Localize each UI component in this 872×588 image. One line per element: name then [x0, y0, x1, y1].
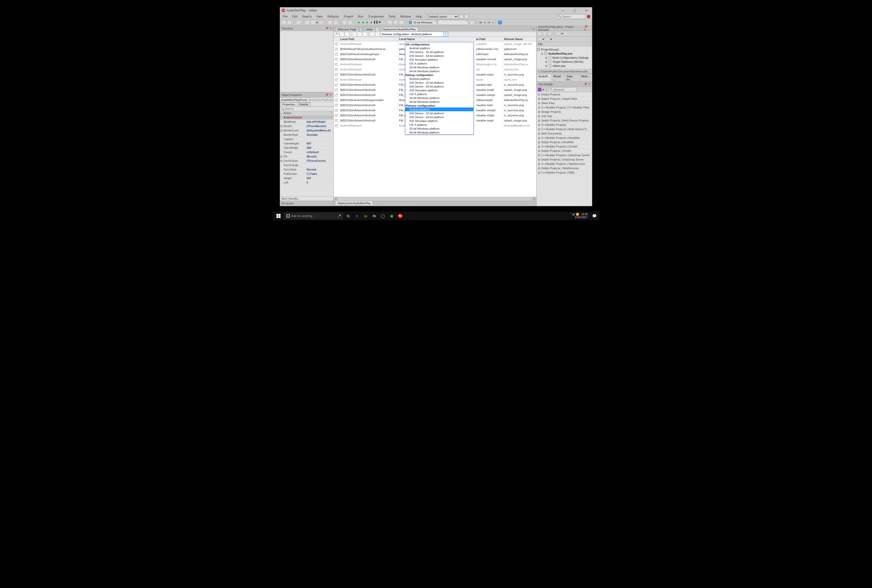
pause-button[interactable]: ❚❚: [373, 20, 378, 25]
prop-row[interactable]: ⊞BorderIcons[biSystemMenu,bi: [280, 128, 333, 133]
folder1-button[interactable]: [305, 20, 310, 25]
checkbox-icon[interactable]: ✓: [335, 78, 338, 81]
menu-run[interactable]: Run: [357, 14, 365, 19]
prop-value[interactable]: crDefault: [306, 150, 333, 154]
pin-icon[interactable]: 📌 ✕: [584, 25, 590, 32]
checkbox-icon[interactable]: ✓: [335, 99, 338, 102]
prop-row[interactable]: Caption: [280, 137, 333, 141]
dropdown-item[interactable]: iOS Device - 64 bit platform: [405, 84, 473, 88]
checkbox-icon[interactable]: ✓: [335, 94, 338, 96]
tp-category-icon[interactable]: [537, 87, 542, 92]
dropdown-item[interactable]: Android platform: [405, 77, 473, 81]
task-view-icon[interactable]: ⧉: [345, 212, 352, 219]
checkbox-icon[interactable]: ✓: [335, 104, 338, 106]
prop-value[interactable]: ☐ False: [306, 172, 333, 176]
prop-row[interactable]: FormFamily: [280, 163, 333, 167]
dropdown-item[interactable]: iOS Simulator platform: [405, 88, 473, 92]
rtab-3[interactable]: Multi-...: [579, 74, 592, 81]
prop-value[interactable]: bdLeftToRight: [306, 120, 333, 124]
palette-category[interactable]: ⊞C++Builder Projects: [537, 123, 592, 127]
chrome-icon[interactable]: ◯: [379, 212, 386, 219]
palette-category[interactable]: ⊞Other Files: [537, 101, 592, 105]
cortana-search[interactable]: Ask me anything 🎤: [284, 212, 343, 219]
layout-select[interactable]: Default Layout: [428, 14, 458, 19]
dropdown-item[interactable]: 32-bit Windows platform: [405, 127, 473, 130]
menu-window[interactable]: Window: [399, 14, 412, 19]
tab-umain[interactable]: uMain: [359, 27, 375, 32]
prop-value[interactable]: (Brush): [306, 154, 333, 159]
system-tray[interactable]: ˄ 🔊 📶 15:34 27/01/2017: [570, 213, 589, 219]
pm-btn1[interactable]: [537, 32, 542, 36]
checkbox-icon[interactable]: ✓: [335, 84, 338, 86]
btn4[interactable]: [352, 32, 357, 36]
chevron-down-icon[interactable]: ˅: [443, 32, 448, 36]
prop-row[interactable]: ⊞Border(TFormBorder): [280, 124, 333, 128]
bind-visually-link[interactable]: Bind Visually...: [280, 196, 333, 201]
delete-layout-icon[interactable]: [464, 15, 468, 19]
run-nodebug-button[interactable]: ▶: [365, 20, 370, 25]
radstudio-icon[interactable]: RX: [397, 212, 404, 219]
dropdown-item[interactable]: Android platform: [405, 46, 473, 50]
dropdown-item[interactable]: 64-bit Windows platform: [405, 69, 473, 73]
scroll-left-icon[interactable]: [335, 198, 337, 200]
checkbox-icon[interactable]: ✓: [335, 88, 338, 92]
menu-project[interactable]: Project: [342, 14, 354, 19]
dropdown-item[interactable]: iOS Device - 64 bit platform: [405, 54, 473, 58]
dropdown-item[interactable]: 32-bit Windows platform: [405, 65, 473, 69]
dropdown-item[interactable]: OS X platform: [405, 92, 473, 96]
oi-search-input[interactable]: [280, 106, 333, 111]
save-button[interactable]: [296, 20, 301, 25]
tool-palette-list[interactable]: ⊞Delphi Projects⊞Delphi Projects | Delph…: [537, 92, 592, 206]
palette-category[interactable]: ⊞Delphi Projects | DataSnap Server: [537, 158, 592, 162]
oi-component-select[interactable]: AudioRecPlayForm TAudioRecPlayForm ▾: [280, 98, 333, 102]
dropdown-item[interactable]: 64-bit Windows platform: [405, 130, 473, 134]
btn8[interactable]: [375, 32, 380, 36]
pm-btn3[interactable]: [548, 32, 552, 36]
mic-icon[interactable]: 🎤: [338, 214, 341, 218]
step-out-button[interactable]: [399, 20, 404, 25]
deploy-config-dropdown[interactable]: All configurationsAndroid platformiOS De…: [405, 42, 474, 135]
new-button[interactable]: [282, 20, 286, 25]
menu-search[interactable]: Search: [301, 14, 313, 19]
palette-category[interactable]: ⊞Unit Test: [537, 114, 592, 118]
tray-icons[interactable]: ˄ 🔊 📶: [570, 213, 579, 216]
dropdown-item[interactable]: 64-bit Windows platform: [405, 100, 473, 104]
nav-forward-button[interactable]: ➡: [486, 20, 491, 24]
dropdown-item[interactable]: iOS Device - 32 bit platform: [405, 111, 473, 115]
config-button[interactable]: [470, 20, 474, 25]
saveall-button[interactable]: [319, 20, 323, 25]
explorer-icon[interactable]: 🗂: [362, 212, 369, 219]
btn5[interactable]: [357, 32, 362, 36]
menu-refactor[interactable]: Refactor: [327, 14, 340, 19]
step-into-button[interactable]: [393, 20, 398, 25]
prop-value[interactable]: [306, 116, 333, 119]
menu-help[interactable]: Help: [414, 14, 423, 19]
prop-value[interactable]: 567: [306, 141, 333, 146]
palette-category[interactable]: ⊞Delphi Projects | WebServices: [537, 166, 592, 171]
rtab-0[interactable]: AudioR...: [537, 74, 552, 81]
tab-welcome[interactable]: Welcome Page: [335, 27, 359, 32]
community-icon[interactable]: [587, 15, 590, 18]
add-folder-button[interactable]: [342, 20, 347, 25]
prop-row[interactable]: ⊞Fill(Brush): [280, 154, 333, 159]
close-button[interactable]: ✕: [582, 9, 590, 12]
checkbox-icon[interactable]: ✓: [335, 48, 338, 51]
remove-folder-button[interactable]: [348, 20, 353, 25]
palette-category[interactable]: ⊞C++Builder Projects | IntraWeb: [537, 136, 592, 140]
dropdown-item[interactable]: OS X platform: [405, 123, 473, 127]
palette-category[interactable]: ⊞Delphi Projects | DUnitX: [537, 149, 592, 153]
prop-row[interactable]: ClientHeight567: [280, 141, 333, 146]
checkbox-icon[interactable]: ✓: [335, 73, 338, 76]
checkbox-icon[interactable]: ✓: [335, 114, 338, 117]
dropdown-item[interactable]: iOS Simulator platform: [405, 119, 473, 123]
dropdown-item[interactable]: OS X platform: [405, 62, 473, 65]
checkbox-icon[interactable]: ✓: [335, 43, 338, 45]
checkbox-icon[interactable]: ✓: [335, 53, 338, 56]
start-button[interactable]: [274, 212, 283, 220]
tab-dropdown-icon[interactable]: ˅ ✕: [529, 27, 536, 32]
prop-row[interactable]: BiDiModebdLeftToRight: [280, 120, 333, 124]
palette-category[interactable]: ⊞C++Builder Projects | WebServices: [537, 162, 592, 166]
prop-value[interactable]: [306, 163, 333, 167]
folder2-button[interactable]: [311, 20, 315, 25]
horizontal-scrollbar[interactable]: [334, 197, 536, 201]
